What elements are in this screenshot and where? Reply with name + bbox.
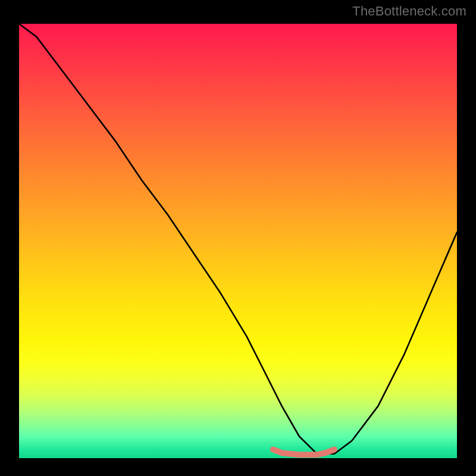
chart-svg [19,24,457,458]
watermark-text: TheBottleneck.com [352,4,466,19]
chart-frame: TheBottleneck.com [0,0,476,476]
bottleneck-curve [19,24,457,454]
chart-plot-area [19,24,457,458]
optimal-range-marker [273,449,334,455]
